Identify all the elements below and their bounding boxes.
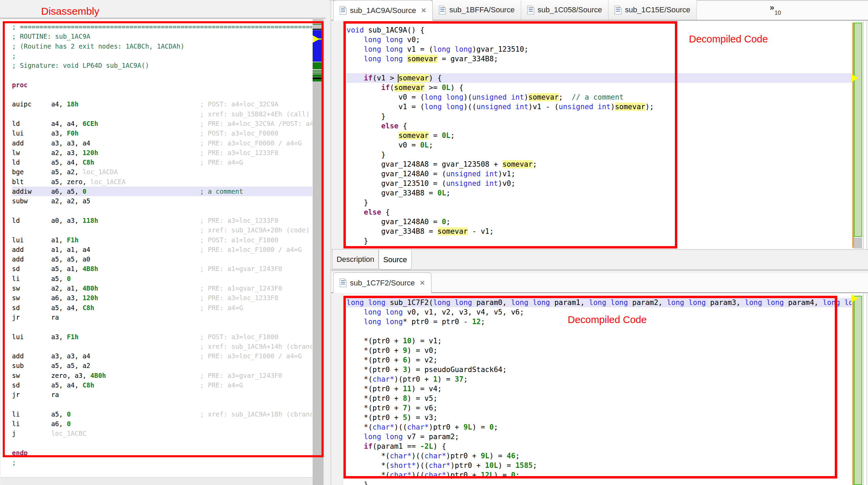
code-line (347, 64, 852, 73)
code-line: blt a5, zero, loc_1ACEA (12, 177, 312, 187)
code-line: li a6, 0 (12, 419, 312, 429)
panel-sash[interactable] (326, 1, 331, 485)
disassembly-hscroll-track[interactable] (1, 477, 313, 485)
tab-source[interactable]: Source (379, 250, 412, 270)
tab-label: sub_1AC9A/Source (350, 6, 416, 15)
code-line: ; (12, 458, 312, 467)
code-line: ; xref: sub_15B82+4Eh (call) (12, 109, 312, 119)
code-line: li a5, 0 (12, 274, 312, 283)
scrollbar-thumb[interactable] (854, 23, 862, 237)
code-line: ; (12, 51, 312, 61)
code-line: proc (12, 80, 312, 90)
code-line: jr ra (12, 312, 312, 322)
minimap-mark (313, 24, 324, 25)
code-line (12, 70, 312, 80)
code-line: sw a2, a1, 4B0h ; PRE: a1=gvar_1243F0 (12, 283, 312, 293)
disassembly-title: Disassembly (41, 5, 99, 17)
code-line: add a3, a3, a4 ; PRE: a3=loc_F1000 / a4=… (12, 351, 312, 361)
editor-tab-sub-1bffa-source[interactable]: sub_1BFFA/Source (433, 0, 521, 20)
code-line: add a1, a1, a4 ; PRE: a1=loc_F1000 / a4=… (12, 245, 312, 254)
code-line: ; ROUTINE: sub_1AC9A (12, 31, 312, 41)
tab-overflow-chevron[interactable]: » 10 (770, 3, 790, 20)
tab-label: sub_1BFFA/Source (449, 5, 515, 14)
code-line (347, 327, 852, 336)
disassembly-code[interactable]: ; ======================================… (3, 22, 312, 479)
code-line: } (347, 150, 852, 159)
code-line: } (347, 112, 852, 121)
code-line: } (347, 198, 852, 207)
code-line: long long v0; (347, 35, 852, 44)
hidden-tab-count: 10 (775, 10, 781, 16)
code-line: li a5, 0 ; xref: sub_1AC9A+18h (cbranch) (12, 409, 312, 419)
code-line: sd a5, a4, C8h ; PRE: a4=G (12, 303, 312, 312)
scrollbar-track-rest[interactable] (854, 238, 862, 248)
top-decompiled-code[interactable]: void sub_1AC9A() { long long v0; long lo… (343, 21, 852, 249)
code-line: sw a6, a3, 120h ; PRE: a3=loc_1233F0 (12, 293, 312, 303)
code-line: j loc_1ACBC (12, 429, 312, 438)
scrollbar-thumb[interactable] (854, 296, 862, 485)
bottom-decompiled-code-label: Decompiled Code (568, 314, 647, 326)
code-line: gvar_123510 = (unsigned int)v0; (347, 179, 852, 188)
document-icon (340, 6, 347, 15)
minimap-mark (313, 73, 324, 74)
minimap-cursor-arrow-icon (313, 35, 319, 43)
close-icon[interactable]: ✕ (418, 279, 425, 287)
close-icon[interactable]: ✕ (419, 7, 426, 14)
code-line: else { (347, 121, 852, 131)
code-line: long long v7 = param2; (347, 432, 852, 442)
code-line: } (347, 480, 852, 485)
code-line: long long sub_1C7F2(long long param0, lo… (347, 298, 852, 307)
disassembly-header: Disassembly (0, 0, 330, 18)
text-caret (398, 74, 399, 82)
code-line: *(short*)((char*)ptr0 + 10L) = 1585; (347, 461, 852, 470)
code-line: gvar_334B8 = 0L; (347, 188, 852, 198)
code-line: long long v1 = (long long)gvar_123510; (347, 44, 852, 54)
editor-tab-sub-1ac9a-source[interactable]: sub_1AC9A/Source✕ (333, 0, 433, 21)
code-line: long long somevar = gvar_334B8; (347, 54, 852, 64)
document-icon (615, 6, 621, 14)
code-line: *(ptr0 + 11) = v4; (347, 384, 852, 394)
overview-ruler[interactable] (864, 294, 867, 485)
code-line: ld a4, a4, 6CEh ; PRE: a4=loc_32C9A /POS… (12, 119, 312, 128)
code-line: sd a5, a1, 4B8h ; PRE: a1=gvar_1243F0 (12, 264, 312, 273)
annotation-gutter (331, 21, 343, 249)
code-line: gvar_334B8 = somevar - v1; (347, 227, 852, 236)
code-line: ; Signature: void LP64D sub_1AC9A() (12, 61, 312, 70)
minimap-mark (313, 71, 324, 72)
code-line: ; ======================================… (12, 22, 312, 31)
annotation-gutter (331, 294, 343, 485)
code-line: ; xref: sub_1AC9A+20h (code) (12, 225, 312, 235)
code-line: *(ptr0 + 5) = v3; (347, 413, 852, 422)
code-line: lw a2, a3, 120h ; PRE: a3=loc_1233F0 (12, 148, 312, 157)
tab-description[interactable]: Description (332, 250, 379, 269)
tab-label: sub_1C7F2/Source (350, 279, 415, 288)
code-line: *(char*)((char*)ptr0 + 9L) = 46; (347, 451, 852, 461)
code-line: } (347, 236, 852, 246)
editor-tab-sub-1c7f2-source[interactable]: sub_1C7F2/Source✕ (333, 272, 431, 293)
code-line: subw a2, a2, a5 (12, 196, 312, 206)
code-line: lui a3, F1h ; POST: a3=loc_F1000 (12, 332, 312, 342)
code-line: if(param1 == -2L) { (347, 442, 852, 451)
code-line: jr ra (12, 390, 312, 399)
editor-tab-sub-1c058-source[interactable]: sub_1C058/Source (521, 0, 608, 20)
code-line: somevar = 0L; (347, 131, 852, 140)
bottom-tab-strip (331, 249, 868, 270)
code-line (12, 438, 312, 448)
document-icon (527, 6, 534, 14)
code-line: add a5, a5, a0 (12, 254, 312, 264)
editor-tab-sub-1c15e-source[interactable]: sub_1C15E/Source (608, 0, 697, 20)
code-line: endp (12, 448, 312, 458)
document-icon (340, 279, 347, 287)
code-line: *(char*)((char*)ptr0 + 12L) = 0; (347, 470, 852, 480)
code-line: ; (Routine has 2 exit nodes: 1ACBCh, 1AC… (12, 41, 312, 51)
code-line (12, 90, 312, 99)
disassembly-minimap[interactable] (313, 19, 324, 485)
minimap-mark (313, 29, 324, 30)
scrollbar-cursor-arrow-icon (851, 74, 858, 82)
overview-ruler-border (867, 21, 867, 249)
code-line: *(ptr0 + 8) = v5; (347, 394, 852, 403)
code-line: if(somevar >= 0L) { (347, 83, 852, 92)
code-line: if(v1 > somevar) { (347, 73, 852, 83)
overview-ruler[interactable] (864, 21, 867, 249)
minimap-mark (313, 30, 324, 62)
